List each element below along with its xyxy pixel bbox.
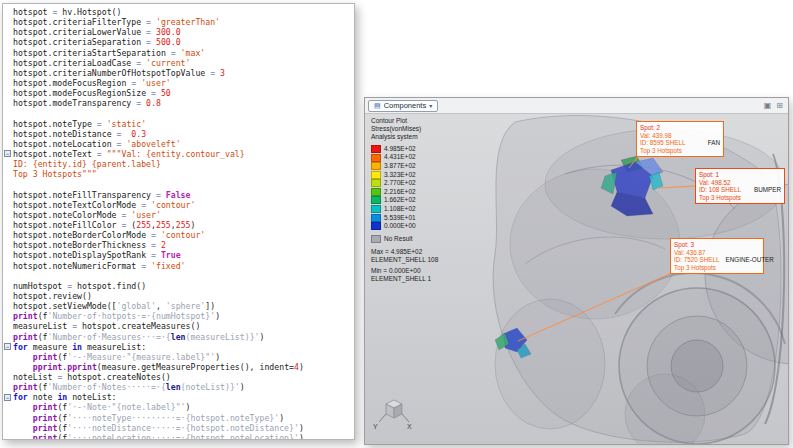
code-line: print(f'····noteDistance·····=·{hotspot.… [3,423,354,433]
spot-note-3[interactable]: Spot: 3 Val: 436.87 ID: 7520 SHELL ENGIN… [670,238,764,274]
code-line: hotspot.noteBorderThickness = 2 [3,240,354,250]
legend-title-line: Stress(vonMises) [371,125,438,133]
legend-value-label: 2.216E+02 [384,188,416,196]
spot-val: Val: 498.52 [699,179,781,187]
legend-entry: 3.877E+02 [371,162,438,171]
viewer-window: ▤ Components ▾ ▣ ⊞ [364,97,789,445]
code-line: Top 3 Hotspots""" [3,169,354,179]
gutter [3,68,13,78]
legend-color-block [371,145,381,153]
chevron-down-icon[interactable]: ▾ [429,102,432,109]
gutter [3,220,13,230]
spot-part-label: FAN [708,139,720,147]
spot-rank: Spot: 3 [674,241,760,249]
triad-y-label: Y [373,423,378,430]
components-tab[interactable]: ▤ Components ▾ [368,100,438,112]
add-window-icon[interactable]: ⊞ [776,102,783,110]
code-line: hotspot.noteBorderColorMode = 'contour' [3,230,354,240]
gutter [3,423,13,433]
legend-noresult: No Result [371,235,438,244]
legend-color-block [371,154,381,162]
fold-marker-icon[interactable]: − [4,343,11,350]
spot-id: ID: 7520 SHELL [674,256,720,264]
fold-marker-icon[interactable]: − [4,394,11,401]
spot-val: Val: 436.87 [674,249,760,257]
viewer-tab-bar: ▤ Components ▾ ▣ ⊞ [365,98,788,114]
code-editor-panel: hotspot = hv.Hotspot()hotspot.criteriaFi… [2,3,355,440]
spot-rank: Spot: 2 [640,124,720,132]
code-line: print(f'Number·of·Notes·····=·{len(noteL… [3,382,354,392]
gutter [3,321,13,331]
legend-stat-line: ELEMENT_SHELL 108 [371,256,438,264]
legend-stats: Max = 4.985E+02ELEMENT_SHELL 108Min = 0.… [371,248,438,283]
code-line [3,271,354,281]
gutter [3,108,13,118]
code-line: hotspot.criteriaNumberOfHotspotTopValue … [3,68,354,78]
spot-part-label: BUMPER [754,186,781,194]
legend-stat-line: Max = 4.985E+02 [371,248,438,256]
legend-stat-line: ELEMENT_SHELL 1 [371,275,438,283]
spot-note-2[interactable]: Spot: 2 Val: 439.98 ID: 8595 SHELL FAN T… [636,121,724,157]
gutter [3,179,13,189]
code-line: print(f'Number·of·Measures···=·{len(meas… [3,332,354,342]
legend-value-label: 0.000E+00 [384,222,416,230]
pin-icon[interactable]: ▣ [764,102,772,110]
legend-color-block [371,196,381,204]
gutter [3,139,13,149]
code-line [3,108,354,118]
code-line: hotspot.criteriaSeparation = 500.0 [3,37,354,47]
code-line: print(f'Number·of·hotpots·=·{numHotspot}… [3,311,354,321]
spot-footer: Top 3 Hotspots [699,194,781,202]
legend-noresult-block [371,235,381,243]
code-line: noteList = hotspot.createNotes() [3,372,354,382]
legend-color-block [371,222,381,230]
legend-titles: Contour PlotStress(vonMises)Analysis sys… [371,117,438,142]
code-line: hotspot.criteriaStartSeparation = 'max' [3,48,354,58]
code-line: −for note in noteList: [3,392,354,402]
spot-id: ID: 8595 SHELL [640,139,686,147]
legend-entry: 4.985E+02 [371,145,438,154]
legend-color-block [371,179,381,187]
contour-legend: Contour PlotStress(vonMises)Analysis sys… [371,117,438,283]
3d-viewport[interactable]: Contour PlotStress(vonMises)Analysis sys… [365,114,788,444]
legend-value-label: 3.877E+02 [384,162,416,170]
components-icon: ▤ [374,102,381,110]
gutter: − [3,149,13,159]
tab-bar-actions: ▣ ⊞ [764,102,785,110]
gutter [3,240,13,250]
code-line: hotspot.noteColorMode = 'user' [3,210,354,220]
code-line: hotspot = hv.Hotspot() [3,7,354,17]
code-line: −for measure in measureList: [3,342,354,352]
gutter [3,119,13,129]
legend-entry: 1.662E+02 [371,196,438,205]
legend-title-line: Analysis system [371,133,438,141]
orientation-triad: Y X [370,396,416,436]
legend-color-block [371,205,381,213]
code-line: hotspot.modeFocusRegion = 'user' [3,78,354,88]
fold-marker-icon[interactable]: − [4,150,11,157]
code-line: hotspot.modeTransparency = 0.8 [3,98,354,108]
code-line: print(f'····noteLocation·····=·{hotspot.… [3,433,354,440]
code-line: measureList = hotspot.createMeasures() [3,321,354,331]
legend-value-label: 4.431E+02 [384,153,416,161]
code-line: hotspot.noteDisplaySpotRank = True [3,250,354,260]
legend-value-label: 4.985E+02 [384,145,416,153]
gutter [3,88,13,98]
spot-part-label: ENGINE-OUTER [726,256,774,264]
code-line: numHotspot = hotspot.find() [3,281,354,291]
spot-id: ID: 108 SHELL [699,186,741,194]
gutter [3,48,13,58]
code-line: print(f'·-·Note·"{note.label}"') [3,402,354,412]
gutter [3,372,13,382]
gutter [3,433,13,440]
spot-note-1[interactable]: Spot: 1 Val: 498.52 ID: 108 SHELL BUMPER… [695,168,785,204]
legend-entry: 2.216E+02 [371,188,438,197]
gutter [3,17,13,27]
gutter [3,261,13,271]
spot-footer: Top 3 Hotspots [640,147,720,155]
code-line: hotspot.modeFocusRegionSize = 50 [3,88,354,98]
gutter [3,311,13,321]
code-line: ID: {entity.id} {parent.label} [3,159,354,169]
code-area[interactable]: hotspot = hv.Hotspot()hotspot.criteriaFi… [3,4,354,440]
code-line: −hotspot.noteText = """Val: {entity.cont… [3,149,354,159]
